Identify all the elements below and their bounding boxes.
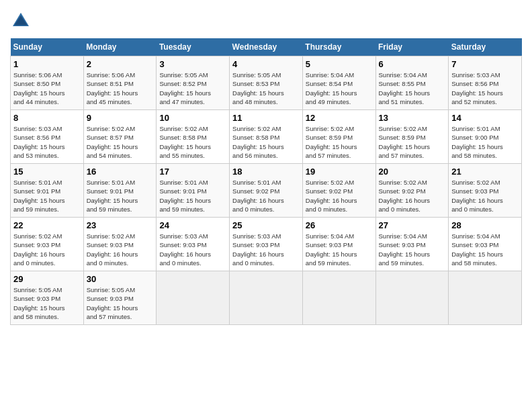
day-info: Sunrise: 5:02 AM Sunset: 8:57 PM Dayligh…	[87, 124, 154, 160]
calendar-cell: 22Sunrise: 5:02 AM Sunset: 9:03 PM Dayli…	[11, 218, 84, 271]
calendar-cell: 14Sunrise: 5:01 AM Sunset: 9:00 PM Dayli…	[449, 110, 522, 164]
day-info: Sunrise: 5:01 AM Sunset: 9:02 PM Dayligh…	[232, 178, 300, 214]
calendar-body: 1Sunrise: 5:06 AM Sunset: 8:50 PM Daylig…	[11, 56, 522, 325]
day-info: Sunrise: 5:01 AM Sunset: 9:01 PM Dayligh…	[87, 178, 154, 214]
calendar-cell: 4Sunrise: 5:05 AM Sunset: 8:53 PM Daylig…	[230, 56, 303, 110]
day-number: 21	[451, 167, 519, 177]
header-cell: Friday	[375, 38, 449, 56]
day-info: Sunrise: 5:06 AM Sunset: 8:51 PM Dayligh…	[87, 71, 154, 106]
day-number: 2	[87, 59, 154, 69]
header-cell: Tuesday	[157, 38, 230, 56]
header-cell: Thursday	[302, 38, 375, 56]
calendar-cell: 3Sunrise: 5:05 AM Sunset: 8:52 PM Daylig…	[157, 56, 230, 110]
calendar-cell: 10Sunrise: 5:02 AM Sunset: 8:58 PM Dayli…	[157, 110, 230, 164]
day-number: 10	[159, 113, 226, 123]
logo-icon	[10, 10, 32, 32]
day-info: Sunrise: 5:02 AM Sunset: 9:03 PM Dayligh…	[13, 232, 81, 267]
calendar-cell	[302, 271, 375, 325]
day-number: 25	[232, 220, 300, 230]
header-row: SundayMondayTuesdayWednesdayThursdayFrid…	[11, 38, 522, 56]
day-number: 1	[13, 59, 81, 69]
calendar-cell: 19Sunrise: 5:02 AM Sunset: 9:02 PM Dayli…	[302, 164, 375, 218]
calendar-cell: 18Sunrise: 5:01 AM Sunset: 9:02 PM Dayli…	[230, 164, 303, 218]
calendar-cell	[157, 271, 230, 325]
calendar-cell: 1Sunrise: 5:06 AM Sunset: 8:50 PM Daylig…	[11, 56, 84, 110]
calendar-week-row: 22Sunrise: 5:02 AM Sunset: 9:03 PM Dayli…	[11, 218, 522, 271]
calendar-cell: 26Sunrise: 5:04 AM Sunset: 9:03 PM Dayli…	[302, 218, 375, 271]
day-info: Sunrise: 5:02 AM Sunset: 8:59 PM Dayligh…	[379, 124, 446, 160]
calendar-week-row: 1Sunrise: 5:06 AM Sunset: 8:50 PM Daylig…	[11, 56, 522, 110]
header-cell: Wednesday	[230, 38, 303, 56]
day-number: 6	[379, 59, 446, 69]
calendar-cell: 24Sunrise: 5:03 AM Sunset: 9:03 PM Dayli…	[157, 218, 230, 271]
page-header	[10, 10, 522, 32]
calendar-cell: 28Sunrise: 5:04 AM Sunset: 9:03 PM Dayli…	[449, 218, 522, 271]
day-info: Sunrise: 5:01 AM Sunset: 9:00 PM Dayligh…	[451, 124, 519, 160]
day-info: Sunrise: 5:04 AM Sunset: 9:03 PM Dayligh…	[451, 232, 519, 267]
calendar-cell: 23Sunrise: 5:02 AM Sunset: 9:03 PM Dayli…	[83, 218, 157, 271]
calendar-week-row: 15Sunrise: 5:01 AM Sunset: 9:01 PM Dayli…	[11, 164, 522, 218]
header-cell: Monday	[83, 38, 157, 56]
day-info: Sunrise: 5:05 AM Sunset: 8:52 PM Dayligh…	[159, 71, 226, 106]
calendar-cell	[449, 271, 522, 325]
day-info: Sunrise: 5:05 AM Sunset: 9:03 PM Dayligh…	[13, 285, 81, 321]
day-info: Sunrise: 5:05 AM Sunset: 9:03 PM Dayligh…	[87, 285, 154, 321]
day-number: 19	[306, 167, 373, 177]
day-info: Sunrise: 5:02 AM Sunset: 8:58 PM Dayligh…	[232, 124, 300, 160]
day-info: Sunrise: 5:03 AM Sunset: 8:56 PM Dayligh…	[13, 124, 81, 160]
day-number: 17	[159, 167, 226, 177]
day-number: 3	[159, 59, 226, 69]
calendar-cell: 8Sunrise: 5:03 AM Sunset: 8:56 PM Daylig…	[11, 110, 84, 164]
day-number: 7	[451, 59, 519, 69]
day-number: 20	[379, 167, 446, 177]
calendar-cell: 27Sunrise: 5:04 AM Sunset: 9:03 PM Dayli…	[375, 218, 449, 271]
day-info: Sunrise: 5:03 AM Sunset: 9:03 PM Dayligh…	[159, 232, 226, 267]
calendar-cell: 11Sunrise: 5:02 AM Sunset: 8:58 PM Dayli…	[230, 110, 303, 164]
day-number: 5	[306, 59, 373, 69]
day-number: 24	[159, 220, 226, 230]
calendar-week-row: 8Sunrise: 5:03 AM Sunset: 8:56 PM Daylig…	[11, 110, 522, 164]
calendar-cell: 21Sunrise: 5:02 AM Sunset: 9:03 PM Dayli…	[449, 164, 522, 218]
day-info: Sunrise: 5:05 AM Sunset: 8:53 PM Dayligh…	[232, 71, 300, 106]
calendar-week-row: 29Sunrise: 5:05 AM Sunset: 9:03 PM Dayli…	[11, 271, 522, 325]
day-info: Sunrise: 5:02 AM Sunset: 9:02 PM Dayligh…	[379, 178, 446, 214]
day-info: Sunrise: 5:04 AM Sunset: 8:54 PM Dayligh…	[306, 71, 373, 106]
day-info: Sunrise: 5:03 AM Sunset: 8:56 PM Dayligh…	[451, 71, 519, 106]
header-cell: Saturday	[449, 38, 522, 56]
calendar-cell: 5Sunrise: 5:04 AM Sunset: 8:54 PM Daylig…	[302, 56, 375, 110]
day-info: Sunrise: 5:02 AM Sunset: 8:58 PM Dayligh…	[159, 124, 226, 160]
day-info: Sunrise: 5:02 AM Sunset: 8:59 PM Dayligh…	[306, 124, 373, 160]
day-number: 8	[13, 113, 81, 123]
day-number: 30	[87, 274, 154, 284]
day-number: 26	[306, 220, 373, 230]
day-number: 29	[13, 274, 81, 284]
calendar-cell: 16Sunrise: 5:01 AM Sunset: 9:01 PM Dayli…	[83, 164, 157, 218]
day-number: 14	[451, 113, 519, 123]
calendar-cell: 30Sunrise: 5:05 AM Sunset: 9:03 PM Dayli…	[83, 271, 157, 325]
calendar-cell: 15Sunrise: 5:01 AM Sunset: 9:01 PM Dayli…	[11, 164, 84, 218]
day-info: Sunrise: 5:06 AM Sunset: 8:50 PM Dayligh…	[13, 71, 81, 106]
calendar-cell: 29Sunrise: 5:05 AM Sunset: 9:03 PM Dayli…	[11, 271, 84, 325]
day-number: 12	[306, 113, 373, 123]
calendar-cell: 17Sunrise: 5:01 AM Sunset: 9:01 PM Dayli…	[157, 164, 230, 218]
day-number: 15	[13, 167, 81, 177]
day-info: Sunrise: 5:01 AM Sunset: 9:01 PM Dayligh…	[159, 178, 226, 214]
logo	[10, 10, 35, 32]
calendar-cell: 20Sunrise: 5:02 AM Sunset: 9:02 PM Dayli…	[375, 164, 449, 218]
calendar-cell	[230, 271, 303, 325]
day-number: 11	[232, 113, 300, 123]
day-number: 27	[379, 220, 446, 230]
calendar-cell: 2Sunrise: 5:06 AM Sunset: 8:51 PM Daylig…	[83, 56, 157, 110]
day-number: 18	[232, 167, 300, 177]
day-info: Sunrise: 5:02 AM Sunset: 9:02 PM Dayligh…	[306, 178, 373, 214]
calendar-cell: 7Sunrise: 5:03 AM Sunset: 8:56 PM Daylig…	[449, 56, 522, 110]
calendar-cell: 13Sunrise: 5:02 AM Sunset: 8:59 PM Dayli…	[375, 110, 449, 164]
day-number: 23	[87, 220, 154, 230]
day-info: Sunrise: 5:04 AM Sunset: 9:03 PM Dayligh…	[306, 232, 373, 267]
day-number: 4	[232, 59, 300, 69]
calendar-header: SundayMondayTuesdayWednesdayThursdayFrid…	[11, 38, 522, 56]
day-info: Sunrise: 5:02 AM Sunset: 9:03 PM Dayligh…	[451, 178, 519, 214]
day-info: Sunrise: 5:01 AM Sunset: 9:01 PM Dayligh…	[13, 178, 81, 214]
calendar-cell	[375, 271, 449, 325]
calendar-table: SundayMondayTuesdayWednesdayThursdayFrid…	[10, 38, 522, 325]
